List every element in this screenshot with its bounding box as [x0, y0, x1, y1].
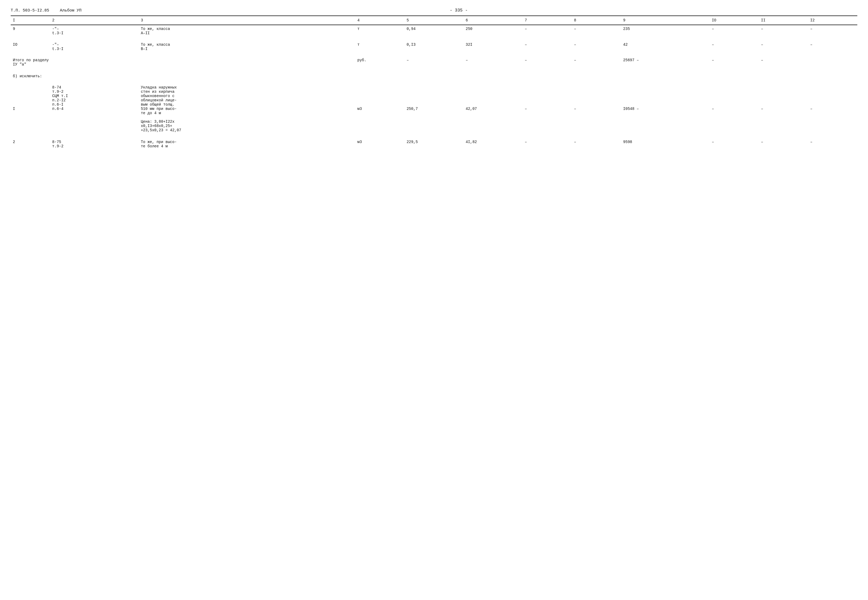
table-cell: 25697 –: [621, 56, 710, 68]
table-cell: –: [572, 56, 621, 68]
table-cell: руб.: [355, 56, 404, 68]
table-cell: 2: [11, 138, 50, 150]
album-label: Альбом УП: [60, 8, 82, 13]
table-cell: 250: [463, 25, 522, 37]
table-cell: –: [709, 138, 759, 150]
table-cell: 42: [621, 41, 710, 53]
table-row-multiline: I8-74 т.9-2 СЦМ т.I п.2-I2 п.6-I п.6-4Ук…: [11, 84, 857, 134]
table-cell: –: [572, 138, 621, 150]
table-cell: То же, класса А–II: [139, 25, 355, 37]
table-cell: 235: [621, 25, 710, 37]
table-cell: –: [759, 25, 808, 37]
col-header-7: 7: [523, 16, 572, 25]
table-cell: 8-74 т.9-2 СЦМ т.I п.2-I2 п.6-I п.6-4: [50, 84, 139, 134]
table-cell: 0,I3: [404, 41, 463, 53]
table-cell: I: [11, 84, 50, 134]
section-label-row: б) исключить:: [11, 72, 857, 80]
doc-number: Т.П. 503-5-I2.85: [11, 8, 49, 13]
table-cell: –: [404, 56, 463, 68]
table-cell: –: [709, 25, 759, 37]
table-cell: –: [523, 84, 572, 134]
table-cell: -"– t.3-I: [50, 25, 139, 37]
col-header-5: 5: [404, 16, 463, 25]
col-header-1: I: [11, 16, 50, 25]
table-header-row: I 2 3 4 5 6 7 8 9 IO II I2: [11, 16, 857, 25]
table-cell: Итого по разделу IУ "а": [11, 56, 355, 68]
col-header-9: 9: [621, 16, 710, 25]
col-header-2: 2: [50, 16, 139, 25]
table-cell: -"– t.3-I: [50, 41, 139, 53]
table-cell: 0,94: [404, 25, 463, 37]
col-header-8: 8: [572, 16, 621, 25]
table-cell: 250,7: [404, 84, 463, 134]
main-table: I 2 3 4 5 6 7 8 9 IO II I2 9-"– t.3-IТо …: [11, 15, 857, 154]
col-header-12: I2: [808, 16, 857, 25]
table-cell: –: [808, 41, 857, 53]
section-label: б) исключить:: [11, 72, 857, 80]
col-header-10: IO: [709, 16, 759, 25]
table-cell: –: [523, 25, 572, 37]
table-cell: –: [709, 41, 759, 53]
page-number: - 335 -: [450, 8, 468, 13]
table-cell: 9598: [621, 138, 710, 150]
table-cell: –: [808, 84, 857, 134]
table-cell: 8-75 т.9-2: [50, 138, 139, 150]
table-cell: м3: [355, 138, 404, 150]
col-header-11: II: [759, 16, 808, 25]
table-cell: То же, класса В–I: [139, 41, 355, 53]
table-cell: т: [355, 41, 404, 53]
table-cell: –: [572, 41, 621, 53]
table-cell: –: [759, 138, 808, 150]
col-header-3: 3: [139, 16, 355, 25]
table-row: 9-"– t.3-IТо же, класса А–IIт0,94250––23…: [11, 25, 857, 37]
page-header: Т.П. 503-5-I2.85 Альбом УП - 335 -: [11, 8, 857, 13]
table-cell: –: [808, 25, 857, 37]
table-row: 28-75 т.9-2То же, при высо- те более 4 м…: [11, 138, 857, 150]
table-cell: То же, при высо- те более 4 м: [139, 138, 355, 150]
table-cell: –: [759, 84, 808, 134]
table-cell: –: [572, 84, 621, 134]
table-cell: 4I,82: [463, 138, 522, 150]
table-cell: –: [523, 56, 572, 68]
col-header-4: 4: [355, 16, 404, 25]
subtotal-row: Итого по разделу IУ "а"руб.––––25697 –––: [11, 56, 857, 68]
table-cell: –: [523, 41, 572, 53]
table-cell: –: [523, 138, 572, 150]
table-cell: –: [808, 138, 857, 150]
table-cell: I0548 –: [621, 84, 710, 134]
table-cell: –: [572, 25, 621, 37]
table-cell: Укладка наружных стен из кирпича обыкнов…: [139, 84, 355, 134]
table-cell: –: [759, 56, 808, 68]
table-cell: м3: [355, 84, 404, 134]
table-cell: –: [759, 41, 808, 53]
table-cell: –: [709, 84, 759, 134]
table-cell: –: [463, 56, 522, 68]
table-row: IO-"– t.3-IТо же, класса В–Iт0,I332I––42…: [11, 41, 857, 53]
table-cell: 42,07: [463, 84, 522, 134]
table-cell: IO: [11, 41, 50, 53]
table-cell: 9: [11, 25, 50, 37]
col-header-6: 6: [463, 16, 522, 25]
table-cell: т: [355, 25, 404, 37]
table-cell: 32I: [463, 41, 522, 53]
table-cell: –: [709, 56, 759, 68]
table-cell: 229,5: [404, 138, 463, 150]
